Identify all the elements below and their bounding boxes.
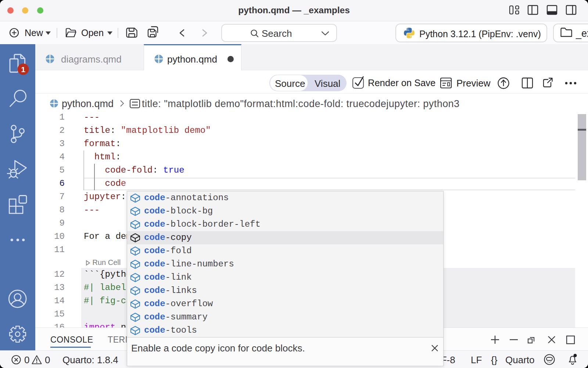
svg-text:1: 1 [21,65,25,74]
svg-text:Quarto: 1.8.4: Quarto: 1.8.4 [62,354,118,365]
svg-text:0: 0 [45,354,50,365]
svg-text:Preview: Preview [456,78,491,89]
svg-text:LF: LF [471,354,482,365]
svg-text:Render on Save: Render on Save [368,78,435,88]
svg-text:Open: Open [81,28,104,38]
svg-text:{}: {} [491,354,498,365]
svg-text:0: 0 [24,354,29,365]
svg-text:Quarto: Quarto [505,354,535,365]
svg-text:New: New [25,28,43,38]
